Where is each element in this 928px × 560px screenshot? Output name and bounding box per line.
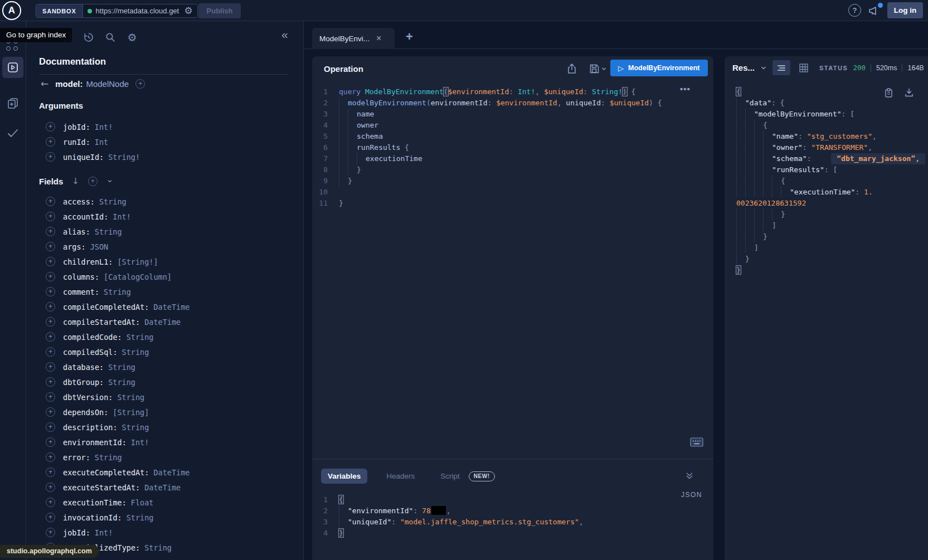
sidebar-item-explorer[interactable] <box>2 57 23 78</box>
keyboard-shortcuts-icon[interactable] <box>690 437 703 447</box>
field-name[interactable]: access: <box>63 197 95 206</box>
field-name[interactable]: database: <box>63 363 104 372</box>
doc-field-row[interactable]: error:String <box>46 450 190 465</box>
field-type[interactable]: String <box>104 288 131 296</box>
field-name[interactable]: error: <box>63 453 90 462</box>
doc-field-row[interactable]: jobId:Int! <box>46 119 140 134</box>
run-operation-button[interactable]: ▷ ModelByEnvironment <box>610 60 708 76</box>
doc-field-row[interactable]: executeStartedAt:DateTime <box>46 480 190 495</box>
field-type[interactable]: DateTime <box>144 483 181 492</box>
field-name[interactable]: executionTime: <box>63 498 127 507</box>
variables-editor[interactable]: 1{2"environmentId": 78,3"uniqueId": "mod… <box>312 494 584 539</box>
announcements-button[interactable] <box>867 4 883 18</box>
field-type[interactable]: DateTime <box>153 468 190 477</box>
collapse-variables-icon[interactable] <box>684 471 694 480</box>
back-arrow-icon[interactable]: ← <box>41 78 48 89</box>
add-field-icon[interactable] <box>46 227 55 236</box>
add-field-icon[interactable] <box>46 122 55 132</box>
doc-field-row[interactable]: access:String <box>46 194 190 209</box>
doc-field-row[interactable]: args:JSON <box>46 239 190 254</box>
field-type[interactable]: String <box>99 197 127 206</box>
field-type[interactable]: String <box>108 378 135 387</box>
doc-field-row[interactable]: invocationId:String <box>46 510 190 525</box>
field-type[interactable]: JSON <box>90 242 109 251</box>
tab-modelbyenvironment[interactable]: ModelByEnvi... × <box>312 28 395 49</box>
field-type[interactable]: String <box>122 348 149 357</box>
save-dropdown-chevron-icon[interactable] <box>600 62 608 75</box>
field-name[interactable]: jobId: <box>63 123 90 132</box>
endpoint-settings-icon[interactable]: ⚙ <box>184 6 193 16</box>
add-field-icon[interactable] <box>46 287 55 296</box>
apollo-logo[interactable]: A <box>2 1 21 20</box>
field-name[interactable]: alias: <box>63 227 90 236</box>
help-icon[interactable]: ? <box>848 4 861 17</box>
doc-field-row[interactable]: columns:[CatalogColumn] <box>46 269 190 284</box>
operation-editor[interactable]: 1query ModelByEnvironment($environmentId… <box>312 86 662 209</box>
doc-field-row[interactable]: compileStartedAt:DateTime <box>46 314 190 329</box>
doc-field-row[interactable]: description:String <box>46 420 190 435</box>
search-icon[interactable] <box>104 31 117 44</box>
field-type[interactable]: String <box>108 363 135 372</box>
add-field-icon[interactable] <box>46 407 55 417</box>
field-name[interactable]: jobId: <box>63 528 90 537</box>
field-name[interactable]: dependsOn: <box>63 408 108 417</box>
add-field-icon[interactable] <box>46 317 55 327</box>
tab-headers[interactable]: Headers <box>380 469 421 484</box>
doc-field-row[interactable]: compileCompletedAt:DateTime <box>46 299 190 314</box>
add-field-icon[interactable] <box>46 422 55 432</box>
field-name[interactable]: dbtGroup: <box>63 378 104 387</box>
add-field-icon[interactable] <box>46 468 55 477</box>
field-name[interactable]: compiledSql: <box>63 348 118 357</box>
doc-field-row[interactable]: executionTime:Float <box>46 495 190 510</box>
field-type[interactable]: String <box>95 227 122 236</box>
history-icon[interactable] <box>82 31 95 44</box>
field-type[interactable]: String! <box>108 153 140 162</box>
field-name[interactable]: runId: <box>63 138 90 147</box>
endpoint-url-field[interactable]: https://metadata.cloud.get ⚙ <box>83 4 197 17</box>
sort-fields-icon[interactable]: ↓ <box>72 176 79 186</box>
add-field-icon[interactable] <box>46 302 55 311</box>
field-type[interactable]: DateTime <box>144 318 181 327</box>
field-name[interactable]: environmentId: <box>63 438 127 447</box>
field-type[interactable]: String <box>127 333 154 342</box>
field-type[interactable]: String <box>122 423 149 432</box>
field-type[interactable]: Int! <box>131 438 149 447</box>
field-type[interactable]: Int! <box>95 123 113 132</box>
add-field-icon[interactable] <box>46 347 55 357</box>
settings-gear-icon[interactable]: ⚙ <box>125 31 139 44</box>
doc-field-row[interactable]: comment:String <box>46 284 190 299</box>
doc-field-row[interactable]: uniqueId:String! <box>46 149 140 164</box>
doc-field-row[interactable]: executeCompletedAt:DateTime <box>46 465 190 480</box>
add-field-icon[interactable] <box>46 212 55 221</box>
field-name[interactable]: compiledCode: <box>63 333 122 342</box>
add-field-icon[interactable] <box>46 242 55 251</box>
tab-close-icon[interactable]: × <box>376 33 381 43</box>
add-field-icon[interactable] <box>46 257 55 266</box>
field-name[interactable]: dbtVersion: <box>63 393 113 402</box>
field-name[interactable]: accountId: <box>63 212 108 221</box>
response-title[interactable]: Res... <box>732 63 755 72</box>
field-type[interactable]: [String!] <box>117 257 158 266</box>
add-field-icon[interactable] <box>46 332 55 342</box>
response-dropdown-chevron-icon[interactable] <box>760 65 767 71</box>
add-field-icon[interactable] <box>46 483 55 492</box>
add-field-icon[interactable] <box>46 137 55 147</box>
field-type[interactable]: Int <box>95 138 108 147</box>
add-field-icon[interactable] <box>46 392 55 402</box>
field-type[interactable]: String <box>144 543 172 552</box>
new-tab-button[interactable]: + <box>406 30 413 44</box>
field-name[interactable]: executeStartedAt: <box>63 483 140 492</box>
doc-field-row[interactable]: dependsOn:[String] <box>46 405 190 420</box>
field-name[interactable]: compileStartedAt: <box>63 318 140 327</box>
add-all-fields-icon[interactable] <box>88 177 98 186</box>
doc-field-row[interactable]: accountId:Int! <box>46 209 190 224</box>
field-type[interactable]: String <box>95 453 122 462</box>
doc-field-row[interactable]: alias:String <box>46 224 190 239</box>
field-name[interactable]: comment: <box>63 288 99 296</box>
field-type[interactable]: [String] <box>113 408 149 417</box>
tab-variables[interactable]: Variables <box>321 469 367 484</box>
field-type[interactable]: Float <box>131 498 154 507</box>
field-type[interactable]: Int! <box>95 528 113 537</box>
add-field-icon[interactable] <box>46 498 55 507</box>
field-type[interactable]: String <box>127 513 154 522</box>
